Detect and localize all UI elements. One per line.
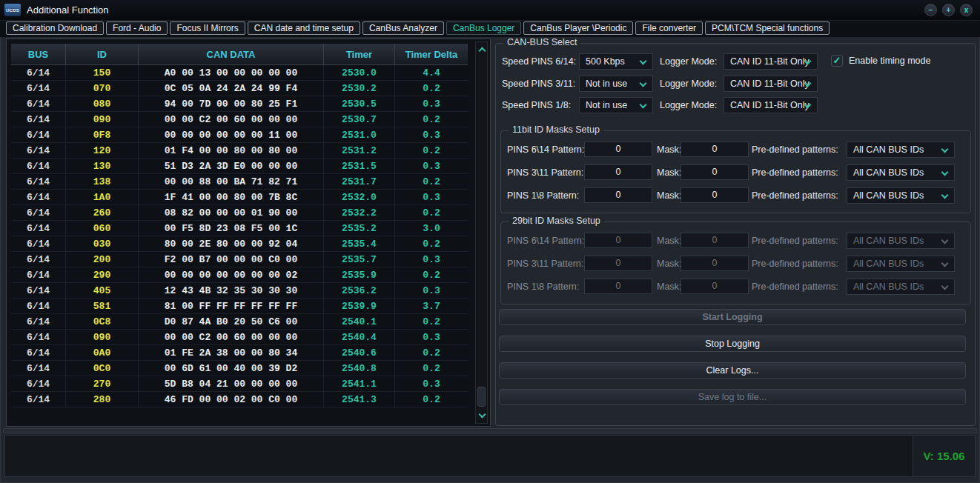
cell-bus: 6/14 — [11, 236, 66, 251]
table-row[interactable]: 6/1426008 82 00 00 00 01 90 002532.20.2 — [11, 205, 468, 221]
predefined-patterns-select[interactable]: All CAN BUS IDs — [847, 187, 955, 204]
cell-can-data: 00 00 00 00 00 00 00 02 — [139, 267, 324, 282]
predefined-patterns-label: Pre-defined patterns: — [752, 141, 838, 158]
table-row[interactable]: 6/1440512 43 4B 32 35 30 30 302536.20.3 — [11, 283, 468, 299]
table-row[interactable]: 6/1458181 00 FF FF FF FF FF FF2539.93.7 — [11, 299, 468, 314]
predefined-patterns-select[interactable]: All CAN BUS IDs — [847, 141, 955, 158]
tab-canbus-logger[interactable]: CanBus Logger — [446, 21, 521, 35]
minimize-button[interactable]: − — [924, 4, 937, 16]
table-row[interactable]: 6/1409000 00 C2 00 60 00 00 002530.70.2 — [11, 112, 468, 127]
cell-can-data: A0 00 13 00 00 00 00 00 — [139, 65, 324, 80]
table-row[interactable]: 6/14200F2 00 B7 00 00 00 C0 002535.70.3 — [11, 252, 468, 267]
tab-canbus-player-periodic[interactable]: CanBus Player \Periodic — [523, 21, 633, 35]
predefined-patterns-select[interactable]: All CAN BUS IDs — [847, 233, 955, 249]
column-header-bus[interactable]: BUS — [11, 44, 66, 64]
column-header-can-data[interactable]: CAN DATA — [139, 44, 324, 64]
tab-canbus-analyzer[interactable]: CanBus Analyzer — [362, 21, 444, 35]
cell-bus: 6/14 — [11, 252, 66, 267]
cell-bus: 6/14 — [11, 314, 66, 329]
close-button[interactable]: x — [960, 4, 973, 16]
table-row[interactable]: 6/140C8D0 87 4A B0 20 50 C6 002540.10.2 — [11, 314, 468, 330]
tab-calibration-download[interactable]: Calibration Download — [6, 21, 104, 35]
table-row[interactable]: 6/1413051 D3 2A 3D E0 00 00 002531.50.3 — [11, 159, 468, 174]
enable-timing-checkbox[interactable]: ✓ Enable timing mode — [831, 55, 930, 67]
mask-input[interactable]: 0 — [681, 279, 749, 294]
table-row[interactable]: 6/1429000 00 00 00 00 00 00 022535.90.2 — [11, 267, 468, 283]
table-row[interactable]: 6/141A01F 41 00 00 80 00 7B 8C2532.00.3 — [11, 190, 468, 205]
pattern-input[interactable]: 0 — [584, 187, 652, 203]
cell-bus: 6/14 — [11, 174, 66, 189]
canbus-select-group: CAN-BUS Select Speed PINS 6/14:500 KbpsL… — [495, 43, 976, 426]
maximize-button[interactable]: + — [942, 4, 955, 16]
table-row[interactable]: 6/140F800 00 00 00 00 00 11 002531.00.3 — [11, 127, 468, 143]
table-row[interactable]: 6/1406000 F5 8D 23 08 F5 00 1C2535.23.0 — [11, 221, 468, 236]
speed-select[interactable]: Not in use — [579, 97, 653, 113]
cell-timer-delta: 0.2 — [395, 236, 468, 251]
logger-mode-select[interactable]: CAN ID 11-Bit Only — [724, 53, 818, 70]
mask-row: PINS 6\14 Pattern:0Mask:0Pre-defined pat… — [501, 141, 970, 158]
pattern-input[interactable]: 0 — [584, 164, 652, 180]
bottom-separator — [3, 428, 977, 433]
table-row[interactable]: 6/1409000 00 C2 00 60 00 00 002540.40.3 — [11, 330, 468, 345]
save-log-to-file-button[interactable]: Save log to file... — [499, 389, 966, 405]
table-row[interactable]: 6/140C000 6D 61 00 40 00 39 D22540.80.2 — [11, 361, 468, 376]
tab-focus-ii-mirrors[interactable]: Focus II Mirrors — [170, 21, 245, 35]
logger-mode-label: Logger Mode: — [660, 76, 717, 93]
cell-timer: 2535.2 — [324, 221, 395, 236]
scroll-up-icon[interactable] — [479, 47, 486, 55]
tab-can-date-and-time-setup[interactable]: CAN date and time setup — [248, 21, 360, 35]
tab-file-converter[interactable]: File converter — [635, 21, 703, 35]
pattern-input[interactable]: 0 — [584, 141, 652, 157]
predefined-patterns-select[interactable]: All CAN BUS IDs — [847, 164, 955, 181]
speed-select[interactable]: 500 Kbps — [579, 53, 653, 70]
table-row[interactable]: 6/1413800 00 88 00 BA 71 82 712531.70.2 — [11, 174, 468, 190]
cell-bus: 6/14 — [11, 127, 66, 142]
cell-timer-delta: 0.2 — [395, 267, 468, 282]
tab-ford-audio[interactable]: Ford - Audio — [106, 21, 168, 35]
mask-input[interactable]: 0 — [681, 141, 749, 157]
pattern-input[interactable]: 0 — [584, 233, 652, 248]
pattern-input[interactable]: 0 — [584, 279, 652, 294]
column-header-id[interactable]: ID — [66, 44, 139, 64]
clear-logs-button[interactable]: Clear Logs... — [499, 362, 966, 379]
logger-mode-select[interactable]: CAN ID 11-Bit Only — [724, 97, 818, 113]
cell-bus: 6/14 — [11, 330, 66, 344]
cell-timer: 2540.4 — [324, 330, 395, 344]
table-row[interactable]: 6/1428046 FD 00 00 02 00 C0 002541.30.2 — [11, 392, 468, 407]
mask-input[interactable]: 0 — [681, 187, 749, 203]
table-scrollbar[interactable] — [475, 41, 488, 424]
mask-input[interactable]: 0 — [681, 233, 749, 248]
tab-bar: Calibration DownloadFord - AudioFocus II… — [0, 21, 980, 37]
table-row[interactable]: 6/140700C 05 0A 24 2A 24 99 F42530.20.2 — [11, 81, 468, 96]
table-row[interactable]: 6/1403080 00 2E 80 00 00 92 042535.40.2 — [11, 236, 468, 252]
table-row[interactable]: 6/1412001 F4 00 00 80 00 80 002531.20.2 — [11, 143, 468, 159]
predefined-patterns-select[interactable]: All CAN BUS IDs — [847, 256, 955, 272]
table-row[interactable]: 6/14150A0 00 13 00 00 00 00 002530.04.4 — [11, 65, 468, 81]
table-row[interactable]: 6/1408094 00 7D 00 00 80 25 F12530.50.3 — [11, 96, 468, 112]
mask-input[interactable]: 0 — [681, 164, 749, 180]
logger-mode-select[interactable]: CAN ID 11-Bit Only — [724, 76, 818, 92]
cell-id: 120 — [66, 143, 139, 158]
start-logging-button[interactable]: Start Logging — [499, 309, 966, 325]
predefined-patterns-label: Pre-defined patterns: — [752, 187, 838, 204]
cell-can-data: 51 D3 2A 3D E0 00 00 00 — [139, 159, 324, 173]
scroll-down-icon[interactable] — [479, 411, 486, 419]
column-header-timer[interactable]: Timer — [324, 44, 395, 64]
cell-id: 260 — [66, 205, 139, 220]
pattern-input[interactable]: 0 — [584, 256, 652, 271]
mask-label: Mask: — [657, 256, 681, 272]
cell-id: 060 — [66, 221, 139, 236]
tab-pcm-tcm-special-functions[interactable]: PCM\TCM Special functions — [705, 21, 830, 35]
speed-select[interactable]: Not in use — [579, 76, 653, 92]
predefined-patterns-select[interactable]: All CAN BUS IDs — [847, 279, 955, 295]
scrollbar-thumb[interactable] — [477, 387, 486, 407]
column-header-timer-delta[interactable]: Timer Delta — [395, 44, 468, 64]
table-row[interactable]: 6/142705D B8 04 21 00 00 00 002541.10.3 — [11, 376, 468, 392]
version-box: V: 15.06 — [913, 436, 975, 476]
table-row[interactable]: 6/140A001 FE 2A 38 00 00 80 342540.60.2 — [11, 345, 468, 361]
stop-logging-button[interactable]: Stop Logging — [499, 336, 966, 352]
mask-input[interactable]: 0 — [681, 256, 749, 271]
checkbox-icon: ✓ — [831, 55, 843, 67]
cell-can-data: 80 00 2E 80 00 00 92 04 — [139, 236, 324, 251]
cell-timer-delta: 0.2 — [395, 174, 468, 189]
